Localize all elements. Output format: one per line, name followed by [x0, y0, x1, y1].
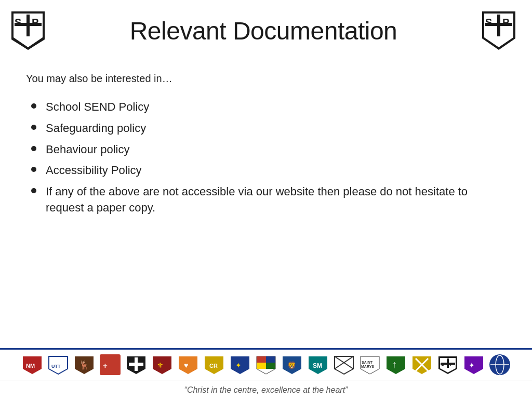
- list-item: Behaviour policy: [31, 142, 506, 158]
- bullet-dot: [31, 188, 36, 193]
- svg-text:🦌: 🦌: [79, 360, 89, 370]
- svg-text:MARYS: MARYS: [361, 365, 374, 368]
- logo-right-shield: S P: [480, 9, 517, 52]
- list-item: Accessibility Policy: [31, 163, 506, 179]
- list-item-text: If any of the above are not accessible v…: [46, 184, 506, 216]
- svg-text:†: †: [392, 361, 396, 369]
- main-content: You may also be interested in… School SE…: [0, 57, 532, 348]
- school-badge-15: †: [384, 353, 408, 377]
- school-badge-8: CR: [202, 353, 226, 377]
- list-item-text: Accessibility Policy: [46, 163, 506, 179]
- bullet-dot: [31, 167, 36, 172]
- svg-text:✦: ✦: [235, 361, 242, 369]
- school-badge-5: [124, 353, 148, 377]
- list-item-text: Safeguarding policy: [46, 121, 506, 137]
- svg-rect-10: [15, 23, 42, 26]
- school-badge-6: ⚜: [150, 353, 174, 377]
- svg-text:P: P: [32, 17, 38, 28]
- school-badge-2: UTT: [46, 353, 70, 377]
- school-badge-18: ✦: [462, 353, 486, 377]
- header: S P S P Relevant Documentation: [0, 0, 532, 57]
- school-badge-10: [254, 353, 278, 377]
- school-badge-17: SP: [436, 353, 460, 377]
- svg-text:NM: NM: [26, 363, 35, 369]
- school-badge-3: 🦌: [72, 353, 96, 377]
- svg-text:✦: ✦: [469, 361, 475, 369]
- svg-text:SAINT: SAINT: [362, 361, 373, 364]
- bullet-dot: [31, 146, 36, 151]
- svg-text:UTT: UTT: [51, 364, 61, 369]
- svg-rect-59: [441, 363, 455, 365]
- svg-rect-36: [266, 356, 275, 363]
- svg-text:🦁: 🦁: [287, 361, 297, 370]
- svg-text:CR: CR: [209, 363, 218, 369]
- school-badge-14: SAINTMARYS: [358, 353, 382, 377]
- school-badge-19: [488, 353, 512, 377]
- list-item: School SEND Policy: [31, 99, 506, 115]
- school-badge-7: ♥: [176, 353, 200, 377]
- bullet-dot: [31, 125, 36, 130]
- svg-text:S: S: [485, 17, 492, 28]
- bullet-dot: [31, 103, 36, 109]
- svg-text:♥: ♥: [184, 361, 188, 369]
- svg-rect-14: [485, 23, 512, 26]
- bullet-list: School SEND Policy Safeguarding policy B…: [31, 99, 506, 216]
- svg-text:S: S: [15, 17, 21, 28]
- school-badge-11: 🦁: [280, 353, 304, 377]
- svg-rect-37: [257, 363, 266, 369]
- list-item-text: Behaviour policy: [46, 142, 506, 158]
- page: S P S P Relevant Documentation: [0, 0, 532, 399]
- school-badge-12: SM: [306, 353, 330, 377]
- logo-left-shield: S P: [9, 9, 47, 52]
- svg-text:⚜: ⚜: [157, 361, 164, 369]
- list-item: If any of the above are not accessible v…: [31, 184, 506, 216]
- school-logos-strip: NM UTT 🦌 ✛ ⚜ ♥: [0, 350, 532, 380]
- svg-text:✛: ✛: [103, 363, 108, 369]
- svg-marker-43: [335, 356, 353, 374]
- school-badge-9: ✦: [228, 353, 252, 377]
- svg-rect-35: [257, 356, 266, 363]
- svg-text:P: P: [502, 17, 509, 28]
- svg-rect-25: [129, 363, 143, 366]
- footer-tagline: “Christ in the centre, excellence at the…: [0, 380, 532, 399]
- school-badge-13: [332, 353, 356, 377]
- school-badge-1: NM: [20, 353, 44, 377]
- svg-rect-38: [266, 363, 275, 369]
- list-item-text: School SEND Policy: [46, 99, 506, 115]
- intro-text: You may also be interested in…: [26, 73, 506, 85]
- page-title: Relevant Documentation: [47, 17, 480, 45]
- list-item: Safeguarding policy: [31, 121, 506, 137]
- school-badge-16: [410, 353, 434, 377]
- school-badge-4: ✛: [98, 353, 122, 377]
- footer-area: NM UTT 🦌 ✛ ⚜ ♥: [0, 348, 532, 399]
- svg-text:SM: SM: [313, 362, 322, 369]
